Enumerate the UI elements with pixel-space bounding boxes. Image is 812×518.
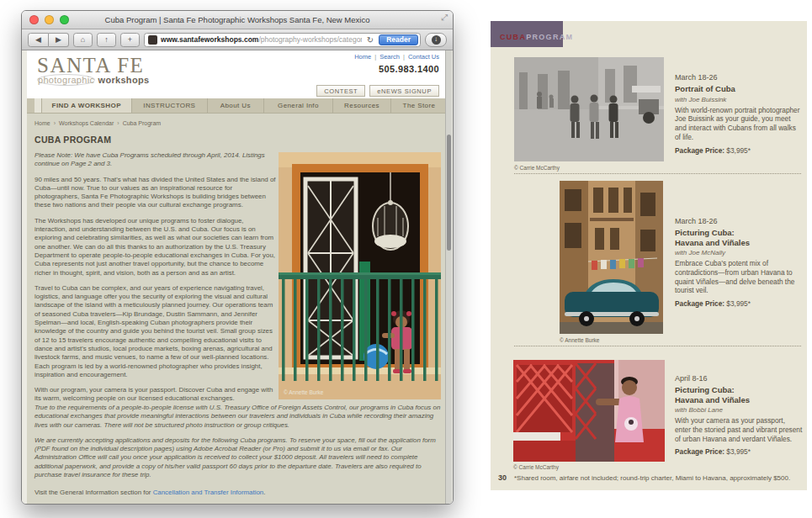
catalog-header-program: PROGRAM [526,33,573,41]
listing-instructor: with Joe McNally [675,249,803,256]
nav-tab-find-a-workshop[interactable]: FIND A WORKSHOP [42,98,132,113]
close-button[interactable] [29,15,39,24]
page-scrollbar[interactable] [445,50,452,505]
general-info-line: Visit the General Information section fo… [34,489,441,496]
back-icon: ◀ [35,35,41,44]
forward-icon: ▶ [56,35,61,44]
nav-tab-general-info[interactable]: General Info [264,98,333,113]
browser-window: Cuba Program | Santa Fe Photographic Wor… [21,10,454,505]
utility-nav: Home|Search|Contact Us [354,53,439,61]
listing-2: March 18-26 Picturing Cuba: Havana and V… [675,217,803,308]
titlebar[interactable]: Cuba Program | Santa Fe Photographic Wor… [22,11,453,29]
listing-price: Package Price: $3,995* [675,299,803,308]
listing-price: Package Price: $3,995* [675,146,803,155]
minimize-button[interactable] [45,15,54,24]
nav-tab-instructors[interactable]: INSTRUCTORS [132,98,208,113]
zoom-button[interactable] [60,15,69,24]
downloads-icon: ↓ [432,35,441,45]
street-scene-bw-photo [514,57,664,161]
scrollbar-thumb[interactable] [447,135,451,251]
share-button[interactable]: ↑ [97,33,116,47]
listing-instructor: with Joe Buissink [675,96,803,103]
havana-street-car-photo [560,181,663,334]
catalog-header-cuba: CUBA [500,33,526,41]
enews-signup-button[interactable]: eNEWS SIGNUP [369,85,439,97]
phone-number: 505.983.1400 [354,64,439,74]
listing-description: With your camera as your passport, enter… [675,416,803,443]
breadcrumb-home[interactable]: Home [34,120,50,126]
listing-dates: March 18-26 [675,217,803,225]
body-paragraph: Travel to Cuba can be complex, and our y… [34,284,277,379]
body-paragraph: With our program, your camera is your pa… [34,386,277,404]
new-tab-icon: + [128,35,132,44]
red-wall-portrait-photo [513,360,665,462]
share-icon: ↑ [104,35,109,44]
utility-link-contact[interactable]: Contact Us [408,53,439,61]
home-button[interactable]: ⌂ [73,33,93,47]
window-controls [29,15,69,24]
listing-title: Picturing Cuba: Havana and Viñales [675,385,803,404]
nav-tab-about-us[interactable]: About Us [208,98,264,113]
listing-instructor: with Bobbi Lane [675,406,803,414]
catalog-page: CUBAPROGRAM [491,21,807,490]
breadcrumb-workshops-calendar[interactable]: Workshops Calendar [59,120,114,126]
footnote: *Shared room, airfare not included; roun… [514,474,800,482]
listing-price: Package Price: $3,995* [675,447,803,456]
site-favicon [148,35,157,45]
cancellation-transfer-link[interactable]: Cancellation and Transfer Information [153,489,264,496]
italic-paragraph: True to the requirements of a people-to-… [34,404,441,430]
page-number: 30 [498,473,507,482]
listing-title: Picturing Cuba: Havana and Viñales [675,228,803,247]
web-page: SANTA FE photographic workshops Home|Sea… [22,50,453,505]
downloads-button[interactable]: ↓ [425,33,447,47]
breadcrumb: Home›Workshops Calendar›Cuba Program [34,120,441,126]
url-domain: www.santafeworkshops.com [161,35,258,44]
breadcrumb-cuba-program: Cuba Program [123,120,162,126]
photo-credit: © Carrie McCarthy [514,165,560,171]
reader-button[interactable]: Reader [379,34,418,45]
utility-link-search[interactable]: Search [379,53,400,61]
notice-paragraph: Please Note: We have Cuba Programs sched… [34,151,277,169]
body-paragraph: The Workshops has developed our unique p… [34,217,277,278]
listing-dates: April 8-16 [675,374,803,383]
refresh-icon[interactable]: ↻ [365,35,375,45]
italic-paragraph: We are currently accepting applications … [34,436,441,479]
forward-button[interactable]: ▶ [49,33,69,47]
fullscreen-icon[interactable]: ⤢ [441,13,448,23]
site-logo-subtitle: photographic workshops [37,75,439,85]
catalog-header-badge: CUBAPROGRAM [491,21,563,47]
page-title: CUBA PROGRAM [34,135,441,145]
browser-toolbar: ◀ ▶ ⌂ ↑ + www.santafeworkshops.com/photo… [22,29,453,50]
listing-description: With world-renown portrait photographer … [675,106,803,142]
listing-dates: March 18-26 [675,73,803,82]
photo-credit: © Carrie McCarthy [513,464,559,470]
photo-credit: © Annette Burke [284,389,323,395]
listing-description: Embrace Cuba’s potent mix of contradicti… [675,259,803,295]
utility-link-home[interactable]: Home [354,53,371,61]
nav-tab-resources[interactable]: Resources [333,98,391,113]
listing-1: March 18-26 Portrait of Cuba with Joe Bu… [675,73,803,155]
body-paragraph: 90 miles and 50 years. That's what has d… [34,176,277,210]
new-tab-button[interactable]: + [120,33,140,47]
listing-separator [514,173,801,174]
site-header: SANTA FE photographic workshops Home|Sea… [27,50,448,98]
nav-notch [34,98,42,113]
listing-3: April 8-16 Picturing Cuba: Havana and Vi… [675,374,803,456]
contest-button[interactable]: CONTEST [316,85,365,97]
nav-tab-the-store[interactable]: The Store [391,98,448,113]
window-title: Cuba Program | Santa Fe Photographic Wor… [22,15,453,24]
balcony-girl-photo: © Annette Burke [279,152,441,399]
listing-separator [514,346,801,346]
listing-title: Portrait of Cuba [675,84,803,94]
home-icon: ⌂ [81,35,85,44]
url-path: /photography-workshops/category/cuba_pro… [258,35,361,44]
address-bar[interactable]: www.santafeworkshops.com/photography-wor… [144,33,421,47]
photo-credit: © Annette Burke [560,337,599,343]
page-content: Home›Workshops Calendar›Cuba Program CUB… [27,114,448,505]
back-button[interactable]: ◀ [28,33,49,47]
url-text: www.santafeworkshops.com/photography-wor… [161,35,362,44]
main-nav: FIND A WORKSHOP INSTRUCTORS About Us Gen… [27,98,448,114]
